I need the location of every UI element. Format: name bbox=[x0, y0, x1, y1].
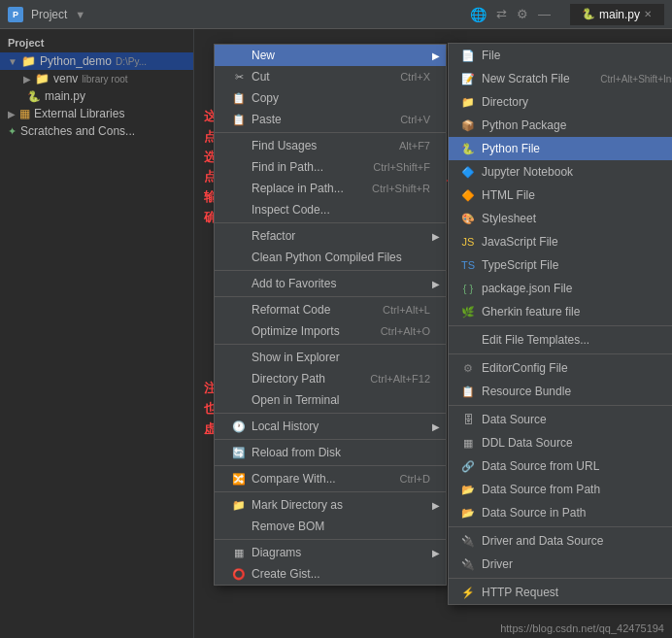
globe-icon[interactable]: 🌐 bbox=[470, 7, 487, 22]
menu-explorer[interactable]: Show in Explorer bbox=[215, 347, 446, 368]
menu-clean-label: Clean Python Compiled Files bbox=[252, 251, 430, 264]
favorites-icon bbox=[230, 277, 248, 290]
sub-pkg-json[interactable]: { } package.json File bbox=[449, 277, 672, 300]
sub-js[interactable]: JS JavaScript File bbox=[449, 230, 672, 253]
menu-reformat[interactable]: Reformat Code Ctrl+Alt+L bbox=[215, 299, 446, 320]
sub-resource[interactable]: 📋 Resource Bundle bbox=[449, 380, 672, 403]
menu-terminal[interactable]: Open in Terminal bbox=[215, 389, 446, 411]
sub-data-source-label: Data Source bbox=[482, 413, 547, 426]
scratches-icon: ✦ bbox=[8, 125, 17, 138]
sub-file[interactable]: 📄 File bbox=[449, 44, 672, 67]
sub-py-pkg[interactable]: 📦 Python Package bbox=[449, 114, 672, 137]
dir-path-icon bbox=[230, 372, 248, 386]
submenu-new: 📄 File 📝 New Scratch File Ctrl+Alt+Shift… bbox=[448, 43, 672, 605]
sub-edit-templates-label: Edit File Templates... bbox=[482, 333, 589, 347]
scratches-item[interactable]: ✦ Scratches and Cons... bbox=[0, 122, 193, 140]
compare-icon: 🔀 bbox=[230, 472, 248, 486]
menu-favorites[interactable]: Add to Favorites bbox=[215, 273, 446, 294]
ext-arrow: ▶ bbox=[8, 109, 16, 119]
menu-new[interactable]: New 📄 File 📝 New Scratch File Ctrl+Alt+S… bbox=[215, 45, 446, 66]
folder-icon: 📁 bbox=[21, 54, 36, 68]
menu-diagrams[interactable]: ▦ Diagrams bbox=[215, 542, 446, 563]
menu-replace-label: Replace in Path... bbox=[252, 182, 372, 195]
settings-icon[interactable]: ⚙ bbox=[517, 7, 528, 21]
menu-paste-label: Paste bbox=[252, 113, 400, 126]
sub-dir[interactable]: 📁 Directory bbox=[449, 90, 672, 114]
menu-compare-label: Compare With... bbox=[252, 472, 400, 486]
menu-clean[interactable]: Clean Python Compiled Files bbox=[215, 247, 446, 268]
menu-mark-dir[interactable]: 📁 Mark Directory as bbox=[215, 494, 446, 516]
sub-ds-path[interactable]: 📂 Data Source from Path bbox=[449, 478, 672, 501]
menu-optimize[interactable]: Optimize Imports Ctrl+Alt+O bbox=[215, 320, 446, 342]
terminal-icon bbox=[230, 393, 248, 407]
sub-http[interactable]: ⚡ HTTP Request bbox=[449, 581, 672, 604]
menu-refactor[interactable]: Refactor bbox=[215, 225, 446, 247]
menu-cut[interactable]: ✂ Cut Ctrl+X bbox=[215, 66, 446, 87]
tree-root[interactable]: ▼ 📁 Python_demo D:\Py... bbox=[0, 52, 193, 70]
sub-ds-url[interactable]: 🔗 Data Source from URL bbox=[449, 454, 672, 478]
sub-gherkin-label: Gherkin feature file bbox=[482, 305, 580, 319]
menu-find-usages[interactable]: Find Usages Alt+F7 bbox=[215, 135, 446, 156]
replace-icon bbox=[230, 182, 248, 195]
sub-ds-in-path-label: Data Source in Path bbox=[482, 506, 586, 520]
inspect-icon bbox=[230, 203, 248, 217]
venv-arrow: ▶ bbox=[23, 74, 31, 84]
root-path: D:\Py... bbox=[116, 56, 147, 67]
sub-data-source[interactable]: 🗄 Data Source ▶ bbox=[449, 408, 672, 431]
menu-remove-bom[interactable]: Remove BOM bbox=[215, 516, 446, 537]
jupyter-icon: 🔷 bbox=[460, 164, 476, 180]
minimize-icon[interactable]: — bbox=[538, 7, 551, 21]
find-path-icon bbox=[230, 160, 248, 174]
menu-paste[interactable]: 📋 Paste Ctrl+V bbox=[215, 109, 446, 130]
sub-html[interactable]: 🔶 HTML File bbox=[449, 184, 672, 207]
http-icon: ⚡ bbox=[460, 585, 476, 600]
sub-file-label: File bbox=[482, 49, 500, 62]
menu-local-history[interactable]: 🕐 Local History bbox=[215, 416, 446, 437]
menu-inspect[interactable]: Inspect Code... bbox=[215, 199, 446, 220]
header-icons: 🌐 ⇄ ⚙ — bbox=[470, 7, 551, 22]
ext-libs-item[interactable]: ▶ ▦ External Libraries bbox=[0, 105, 193, 122]
ddl-icon: ▦ bbox=[460, 435, 476, 451]
driver-ds-icon: 🔌 bbox=[460, 533, 476, 549]
file-icon: 📄 bbox=[460, 48, 476, 63]
js-icon: JS bbox=[460, 234, 476, 250]
copy-icon: 📋 bbox=[230, 91, 248, 105]
sub-jupyter[interactable]: 🔷 Jupyter Notebook bbox=[449, 160, 672, 184]
menu-dir-path[interactable]: Directory Path Ctrl+Alt+F12 bbox=[215, 368, 446, 389]
refactor-icon bbox=[230, 229, 248, 243]
menu-compare[interactable]: 🔀 Compare With... Ctrl+D bbox=[215, 468, 446, 489]
sub-edit-templates[interactable]: Edit File Templates... bbox=[449, 328, 672, 352]
menu-gist[interactable]: ⭕ Create Gist... bbox=[215, 563, 446, 585]
gherkin-icon: 🌿 bbox=[460, 304, 476, 319]
ide-header: P Project ▼ 🌐 ⇄ ⚙ — 🐍 main.py ✕ bbox=[0, 0, 672, 29]
menu-reload[interactable]: 🔄 Reload from Disk bbox=[215, 442, 446, 463]
sub-ts[interactable]: TS TypeScript File bbox=[449, 253, 672, 277]
menu-copy[interactable]: 📋 Copy bbox=[215, 87, 446, 109]
sub-gherkin[interactable]: 🌿 Gherkin feature file bbox=[449, 300, 672, 323]
menu-find-path[interactable]: Find in Path... Ctrl+Shift+F bbox=[215, 156, 446, 178]
dropdown-arrow[interactable]: ▼ bbox=[75, 9, 85, 20]
main-tab[interactable]: 🐍 main.py ✕ bbox=[570, 4, 664, 25]
venv-item[interactable]: ▶ 📁 venv library root bbox=[0, 70, 193, 87]
tab-close-button[interactable]: ✕ bbox=[644, 9, 652, 19]
mark-dir-icon: 📁 bbox=[230, 498, 248, 512]
find-path-shortcut: Ctrl+Shift+F bbox=[373, 161, 430, 173]
optimize-shortcut: Ctrl+Alt+O bbox=[381, 325, 430, 337]
sub-resource-label: Resource Bundle bbox=[482, 385, 571, 398]
tab-area: 🐍 main.py ✕ bbox=[570, 4, 664, 25]
sub-editorconfig[interactable]: ⚙ EditorConfig File bbox=[449, 356, 672, 380]
sub-css[interactable]: 🎨 Stylesheet bbox=[449, 207, 672, 230]
mainpy-item[interactable]: 🐍 main.py bbox=[0, 87, 193, 105]
sub-ds-path-label: Data Source from Path bbox=[482, 483, 600, 496]
remove-bom-icon bbox=[230, 520, 248, 533]
sub-ddl[interactable]: ▦ DDL Data Source bbox=[449, 431, 672, 454]
reformat-shortcut: Ctrl+Alt+L bbox=[383, 304, 430, 316]
menu-replace[interactable]: Replace in Path... Ctrl+Shift+R bbox=[215, 178, 446, 199]
sub-py-file[interactable]: 🐍 Python File bbox=[449, 137, 672, 160]
find-usages-icon bbox=[230, 139, 248, 152]
sub-scratch[interactable]: 📝 New Scratch File Ctrl+Alt+Shift+Insert bbox=[449, 67, 672, 90]
sub-driver-ds[interactable]: 🔌 Driver and Data Source bbox=[449, 529, 672, 553]
sub-ds-in-path[interactable]: 📂 Data Source in Path bbox=[449, 501, 672, 524]
sub-driver[interactable]: 🔌 Driver bbox=[449, 553, 672, 576]
split-icon[interactable]: ⇄ bbox=[496, 7, 507, 21]
